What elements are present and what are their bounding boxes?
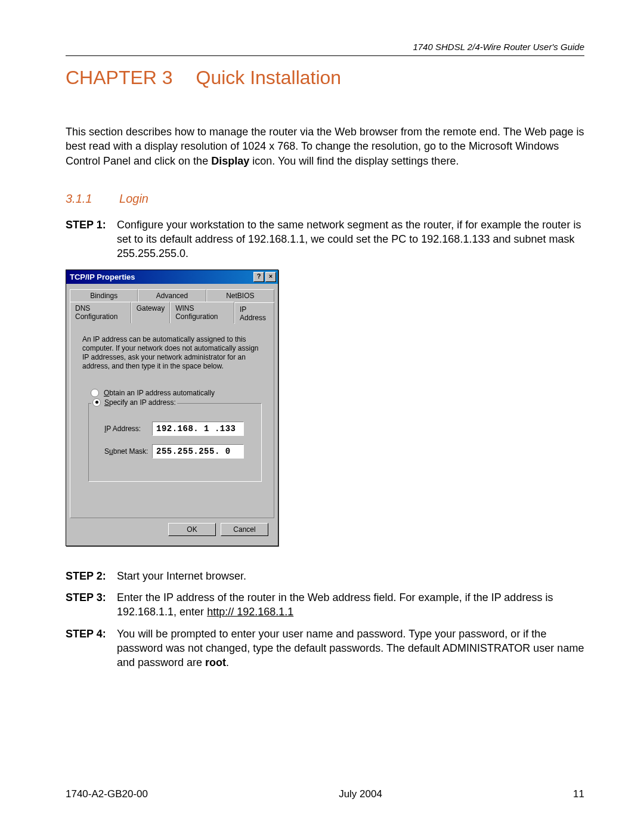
intro-paragraph: This section describes how to manage the…	[66, 125, 584, 168]
footer-pagenum: 11	[573, 788, 584, 800]
tab-row-front: DNS Configuration Gateway WINS Configura…	[70, 301, 274, 323]
tab-dns[interactable]: DNS Configuration	[70, 302, 131, 323]
section-heading: 3.1.1 Login	[66, 192, 584, 206]
ip-address-label: IP Address:	[104, 425, 152, 433]
page-footer: 1740-A2-GB20-00 July 2004 11	[66, 788, 584, 800]
radio-spec-label: pecify an IP address:	[109, 398, 176, 407]
tcpip-properties-dialog: TCP/IP Properties ? × Bindings Advanced …	[66, 270, 278, 546]
step-3-pre: Enter the IP address of the router in th…	[117, 592, 553, 618]
footer-date: July 2004	[339, 788, 382, 800]
radio-icon	[92, 398, 101, 407]
radio-spec-accel: S	[104, 398, 109, 407]
radio-auto-accel: O	[104, 389, 109, 397]
step-3: STEP 3: Enter the IP address of the rout…	[66, 590, 584, 620]
header-rule	[66, 55, 584, 56]
section-title: Login	[119, 192, 148, 205]
tab-wins[interactable]: WINS Configuration	[170, 302, 234, 323]
chapter-label: CHAPTER 3	[66, 67, 173, 88]
chapter-heading: CHAPTER 3 Quick Installation	[66, 67, 584, 89]
intro-post: icon. You will find the display settings…	[249, 155, 459, 167]
step-2: STEP 2: Start your Internet browser.	[66, 569, 584, 583]
step-4-post: .	[226, 657, 229, 668]
step-1: STEP 1: Configure your workstation to th…	[66, 218, 584, 261]
close-icon[interactable]: ×	[265, 272, 276, 282]
dialog-titlebar: TCP/IP Properties ? ×	[66, 270, 278, 284]
tab-bindings[interactable]: Bindings	[70, 289, 138, 302]
footer-docnum: 1740-A2-GB20-00	[66, 788, 148, 800]
tab-area: Bindings Advanced NetBIOS DNS Configurat…	[66, 284, 278, 546]
step-4-pre: You will be prompted to enter your user …	[117, 628, 584, 669]
section-number: 3.1.1	[66, 192, 92, 205]
tab-gateway[interactable]: Gateway	[131, 302, 170, 323]
tab-panel-ip: An IP address can be automatically assig…	[70, 323, 274, 518]
step-4-bold: root	[205, 657, 226, 668]
dialog-title: TCP/IP Properties	[70, 272, 252, 281]
step-4-label: STEP 4:	[66, 627, 113, 670]
cancel-button[interactable]: Cancel	[221, 523, 268, 536]
step-2-body: Start your Internet browser.	[117, 569, 584, 583]
tab-advanced[interactable]: Advanced	[138, 289, 206, 302]
radio-obtain-auto[interactable]: Obtain an IP address automatically	[91, 389, 265, 397]
dialog-button-row: OK Cancel	[70, 518, 274, 542]
step-4: STEP 4: You will be prompted to enter yo…	[66, 627, 584, 670]
help-icon[interactable]: ?	[253, 272, 264, 282]
step-4-body: You will be prompted to enter your user …	[117, 627, 584, 670]
radio-auto-label: btain an IP address automatically	[109, 389, 215, 397]
tab-ip-address[interactable]: IP Address	[234, 302, 274, 324]
subnet-mask-label: SSubnet Mask:	[104, 447, 152, 456]
panel-description: An IP address can be automatically assig…	[82, 335, 262, 371]
ip-address-input[interactable]: 192.168. 1 .133	[152, 422, 244, 436]
chapter-title-text: Quick Installation	[196, 67, 341, 88]
ip-address-row: IP Address: 192.168. 1 .133	[104, 422, 254, 436]
subnet-mask-row: SSubnet Mask: 255.255.255. 0	[104, 444, 254, 459]
radio-icon	[91, 389, 99, 397]
doc-header-title: 1740 SHDSL 2/4-Wire Router User's Guide	[66, 42, 584, 52]
intro-bold: Display	[211, 155, 249, 167]
tab-row-back: Bindings Advanced NetBIOS	[70, 289, 274, 301]
step-1-label: STEP 1:	[66, 218, 113, 261]
specify-ip-fieldset: Specify an IP address: IP Address: 192.1…	[88, 403, 262, 482]
ok-button[interactable]: OK	[168, 523, 216, 536]
subnet-mask-input[interactable]: 255.255.255. 0	[152, 444, 244, 459]
step-3-label: STEP 3:	[66, 590, 113, 620]
step-3-link: http:// 192.168.1.1	[207, 606, 293, 618]
step-1-body: Configure your workstation to the same n…	[117, 218, 584, 261]
tab-netbios[interactable]: NetBIOS	[206, 289, 274, 302]
step-2-label: STEP 2:	[66, 569, 113, 583]
radio-specify-ip[interactable]: Specify an IP address:	[91, 398, 177, 407]
step-3-body: Enter the IP address of the router in th…	[117, 590, 584, 620]
